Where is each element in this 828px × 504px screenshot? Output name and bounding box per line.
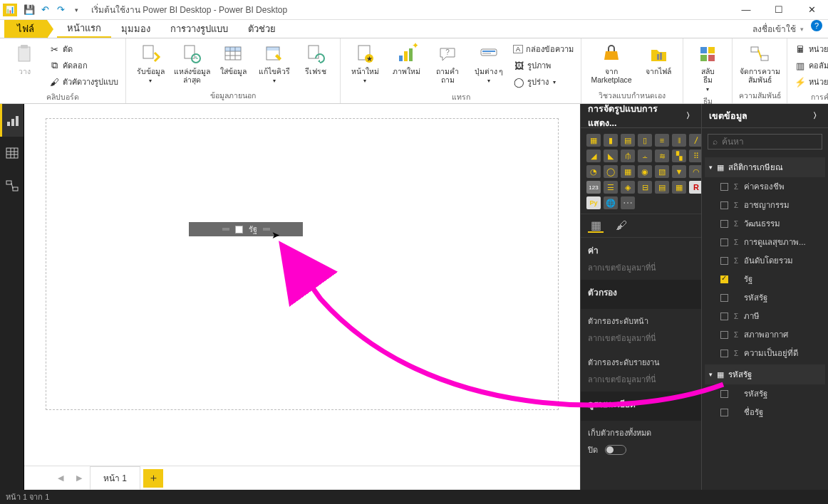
save-icon[interactable]: 💾 — [23, 4, 36, 16]
field-item[interactable]: Σอันดับโดยรวม — [705, 251, 825, 270]
redo-icon[interactable]: ↷ — [54, 4, 67, 16]
search-input[interactable] — [722, 137, 828, 147]
signin-link[interactable]: ลงชื่อเข้าใช้▾ — [745, 20, 811, 38]
values-drop[interactable]: ลากเขตข้อมูลมาที่นี่ — [588, 261, 694, 274]
field-item[interactable]: Σภาษี — [705, 307, 825, 325]
page-prev[interactable]: ◀ — [53, 473, 68, 483]
paste-button[interactable]: วาง — [4, 41, 44, 77]
viz-donut[interactable]: ◯ — [604, 165, 618, 178]
format-painter-button[interactable]: 🖌ตัวคัดวางรูปแบบ — [46, 74, 121, 90]
keepall-toggle[interactable] — [605, 445, 626, 455]
visualizations-pane: การจัดรูปแบบการแสดง... 〉 ▦ ▮ ▤ ▯ ≡ ⦀ 〳 ◢… — [580, 104, 701, 490]
viz-100column[interactable]: ⦀ — [672, 134, 686, 147]
viz-py[interactable]: Py — [586, 196, 601, 209]
tab-file[interactable]: ไฟล์ — [4, 20, 47, 38]
textbox-button[interactable]: Aกล่องข้อความ — [510, 41, 576, 57]
tab-modeling[interactable]: การวางรูปแบบ — [160, 20, 238, 38]
newvisual-icon: ✦ — [395, 43, 418, 65]
edit-queries-button[interactable]: แก้ไขคิวรี▾ — [254, 41, 294, 85]
new-column-button[interactable]: ▥คอลัมน์ใหม่ — [792, 58, 828, 73]
get-data-button[interactable]: รับข้อมูล▾ — [130, 41, 170, 85]
tab-help[interactable]: ตัวช่วย — [238, 20, 286, 38]
viz-stackedbar[interactable]: ▦ — [586, 134, 601, 147]
field-item[interactable]: รหัสรัฐ — [705, 384, 825, 403]
viz-kpi[interactable]: ◈ — [621, 181, 635, 194]
table-header[interactable]: ▾▦สถิติการเกษียณ — [705, 157, 825, 177]
field-item[interactable]: Σค่าครองชีพ — [705, 177, 825, 196]
viz-filled-map[interactable]: ▧ — [655, 165, 669, 178]
fields-tab-icon[interactable]: ▦ — [588, 219, 604, 233]
field-item[interactable]: ชื่อรัฐ — [705, 403, 825, 421]
table-header[interactable]: ▾▦รหัสรัฐ — [705, 364, 825, 384]
help-icon[interactable]: ? — [811, 20, 822, 31]
field-item[interactable]: Σสภาพอากาศ — [705, 325, 825, 344]
viz-stackedcolumn[interactable]: ▮ — [604, 134, 618, 147]
tab-home[interactable]: หน้าแรก — [57, 20, 111, 38]
viz-clusteredbar[interactable]: ▤ — [621, 134, 635, 147]
viz-multicard[interactable]: ☰ — [604, 181, 618, 194]
buttons-button[interactable]: ปุ่มต่าง ๆ▾ — [469, 41, 509, 85]
add-page-button[interactable]: ＋ — [143, 469, 163, 488]
viz-pie[interactable]: ◔ — [586, 165, 601, 178]
viz-funnel[interactable]: ▼ — [672, 165, 686, 178]
new-visual-button[interactable]: ✦ภาพใหม่ — [386, 41, 426, 77]
visual-placeholder[interactable]: รัฐ — [189, 222, 303, 236]
viz-combo1[interactable]: ⫛ — [621, 149, 635, 162]
field-item[interactable]: Σความเป็นอยู่ที่ดี — [705, 344, 825, 362]
from-file-button[interactable]: จากไฟล์ — [638, 41, 678, 77]
report-filters-drop[interactable]: ลากเขตข้อมูลมาที่นี่ — [588, 373, 694, 386]
viz-slicer[interactable]: ⊟ — [638, 181, 652, 194]
viz-matrix[interactable]: ▦ — [672, 181, 686, 194]
page-next[interactable]: ▶ — [71, 473, 87, 483]
viz-more[interactable]: ⋯ — [621, 196, 635, 209]
viz-treemap[interactable]: ▦ — [621, 165, 635, 178]
field-item[interactable]: รหัสรัฐ — [705, 288, 825, 307]
viz-clusteredcolumn[interactable]: ▯ — [638, 134, 652, 147]
field-item[interactable]: Σการดูแลสุขภาพ... — [705, 233, 825, 251]
qat-dropdown-icon[interactable]: ▾ — [70, 4, 83, 16]
viz-combo2[interactable]: ⫠ — [638, 149, 652, 162]
viz-100bar[interactable]: ≡ — [655, 134, 669, 147]
quick-measure-button[interactable]: ⚡หน่วยวัดด่วนใหม่ — [792, 74, 828, 90]
refresh-button[interactable]: รีเฟรช — [296, 41, 336, 77]
qna-button[interactable]: ?ถามคำ ถาม — [428, 41, 467, 85]
viz-table[interactable]: ▤ — [655, 181, 669, 194]
fields-search[interactable]: ⌕ — [708, 134, 822, 149]
recent-sources-button[interactable]: แหล่งข้อมูล ล่าสุด — [172, 41, 212, 85]
new-measure-button[interactable]: 🖩หน่วยวัดใหม่ — [792, 41, 828, 57]
viz-card[interactable]: 123 — [586, 181, 601, 194]
new-page-button[interactable]: ★หน้าใหม่▾ — [345, 41, 385, 85]
viz-area[interactable]: ◢ — [586, 149, 601, 162]
viz-ribbon[interactable]: ≋ — [655, 149, 669, 162]
viz-stacked-area[interactable]: ◣ — [604, 149, 618, 162]
minimize-button[interactable]: ― — [730, 0, 762, 20]
viz-waterfall[interactable]: ▚ — [672, 149, 686, 162]
shapes-button[interactable]: ◯รูปร่าง▾ — [510, 74, 576, 90]
manage-rel-button[interactable]: จัดการความ สัมพันธ์ — [737, 41, 782, 85]
viz-arcgis[interactable]: 🌐 — [604, 196, 618, 209]
field-item[interactable]: Σอาชญากรรม — [705, 196, 825, 214]
image-button[interactable]: 🖼รูปภาพ — [510, 58, 576, 73]
rail-model[interactable] — [0, 169, 24, 202]
viz-map[interactable]: ◉ — [638, 165, 652, 178]
viz-pane-collapse[interactable]: 〉 — [686, 110, 694, 121]
switch-theme-button[interactable]: สลับ ธีม▾ — [688, 41, 728, 94]
copy-button[interactable]: ⧉คัดลอก — [46, 58, 121, 73]
tab-view[interactable]: มุมมอง — [111, 20, 160, 38]
format-tab-icon[interactable]: 🖌 — [614, 219, 629, 233]
canvas-wrap: รัฐ ➤ ◀ ▶ หน้า 1 ＋ — [24, 104, 580, 490]
report-page[interactable]: รัฐ ➤ — [46, 118, 559, 410]
page-tab-1[interactable]: หน้า 1 — [90, 466, 140, 490]
rail-report[interactable] — [0, 104, 24, 137]
marketplace-button[interactable]: จาก Marketplace — [586, 41, 637, 85]
cut-button[interactable]: ✂ตัด — [46, 41, 121, 57]
undo-icon[interactable]: ↶ — [38, 4, 51, 16]
field-item[interactable]: Σวัฒนธรรม — [705, 214, 825, 233]
rail-data[interactable] — [0, 137, 24, 169]
fields-pane-collapse[interactable]: 〉 — [813, 110, 821, 121]
page-filters-drop[interactable]: ลากเขตข้อมูลมาที่นี่ — [588, 332, 694, 345]
field-item[interactable]: รัฐ — [705, 270, 825, 288]
enter-data-button[interactable]: ใส่ข้อมูล — [213, 41, 253, 77]
maximize-button[interactable]: ☐ — [762, 0, 795, 20]
close-button[interactable]: ✕ — [795, 0, 828, 20]
